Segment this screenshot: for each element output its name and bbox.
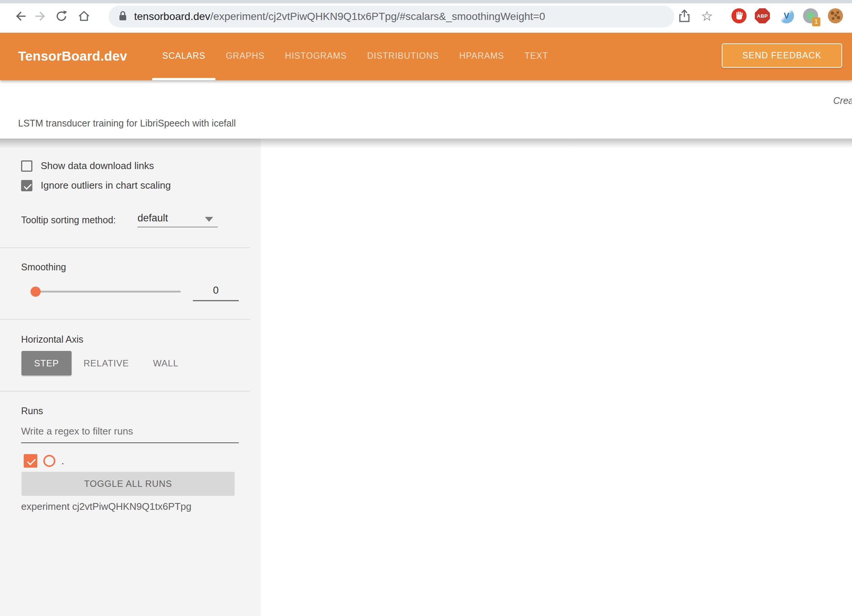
horizontal-axis-label: Horizontal Axis [21,334,83,345]
axis-wall-button[interactable]: WALL [151,351,181,375]
show-download-links-label: Show data download links [41,160,154,172]
tooltip-sorting-dropdown[interactable]: default [137,212,218,224]
tensorboard-logo: TensorBoard.dev [18,32,127,80]
stop-hand-extension-icon[interactable] [731,8,747,23]
show-download-links-row[interactable]: Show data download links [21,160,154,172]
tab-hparams[interactable]: HPARAMS [449,32,514,80]
tooltip-sorting-label: Tooltip sorting method: [21,215,116,226]
ignore-outliers-row[interactable]: Ignore outliers in chart scaling [21,180,171,191]
star-icon[interactable]: ☆ [700,9,714,23]
browser-toolbar: tensorboard.dev/experiment/cj2vtPiwQHKN9… [0,0,852,33]
dropdown-arrow-icon [205,217,213,222]
extension-badge: 1 [812,17,820,26]
experiment-run-name: experiment cj2vtPiwQHKN9Q1tx6PTpg [21,501,191,512]
tab-histograms[interactable]: HISTOGRAMS [275,32,357,80]
tab-distributions[interactable]: DISTRIBUTIONS [357,32,449,80]
reload-icon[interactable] [54,9,69,23]
browser-top-strip [0,0,852,3]
axis-relative-button[interactable]: RELATIVE [84,351,129,375]
runs-label: Runs [21,406,43,416]
run-checkbox-icon[interactable] [24,454,37,468]
sync-extension-icon[interactable]: 1 [803,8,818,23]
tensorboard-header: TensorBoard.dev SCALARS GRAPHS HISTOGRAM… [0,32,852,80]
settings-sidebar: Show data download links Ignore outliers… [0,139,261,616]
cookie-extension-icon[interactable] [828,8,843,23]
lock-icon [118,10,127,23]
dropdown-underline [137,227,218,227]
share-icon[interactable] [677,9,692,23]
runs-filter-input[interactable] [21,425,239,443]
url-text: tensorboard.dev/experiment/cj2vtPiwQHKN9… [134,11,545,23]
send-feedback-button[interactable]: SEND FEEDBACK [722,43,842,68]
v-extension-icon[interactable]: V [779,8,794,23]
smoothing-label: Smoothing [21,262,66,273]
axis-step-button[interactable]: STEP [21,351,72,375]
tab-graphs[interactable]: GRAPHS [215,32,275,80]
charts-panel [261,128,852,616]
tab-scalars[interactable]: SCALARS [152,32,215,80]
tab-text[interactable]: TEXT [514,32,558,80]
smoothing-slider-thumb[interactable] [31,287,41,297]
back-icon[interactable] [14,9,28,23]
run-name: . [61,455,64,467]
abp-extension-icon[interactable]: ABP [755,8,770,23]
toggle-all-runs-button[interactable]: TOGGLE ALL RUNS [21,472,235,496]
tooltip-sorting-value: default [137,212,168,224]
experiment-title: LSTM transducer training for LibriSpeech… [18,118,236,129]
smoothing-slider[interactable] [32,291,181,293]
run-row[interactable]: . [24,454,64,468]
checkbox-unchecked-icon[interactable] [21,160,32,172]
tab-bar: SCALARS GRAPHS HISTOGRAMS DISTRIBUTIONS … [152,32,558,80]
ignore-outliers-label: Ignore outliers in chart scaling [41,180,171,191]
home-icon[interactable] [77,9,91,23]
checkbox-checked-icon[interactable] [21,180,32,191]
forward-icon[interactable] [33,9,47,23]
smoothing-value-input[interactable] [193,285,239,301]
run-color-circle-icon [43,455,55,467]
experiment-titlebar: Crea LSTM transducer training for LibriS… [0,80,852,139]
screen: tensorboard.dev/experiment/cj2vtPiwQHKN9… [0,0,852,616]
url-bar[interactable]: tensorboard.dev/experiment/cj2vtPiwQHKN9… [108,6,674,27]
created-text-partial: Crea [833,95,852,106]
